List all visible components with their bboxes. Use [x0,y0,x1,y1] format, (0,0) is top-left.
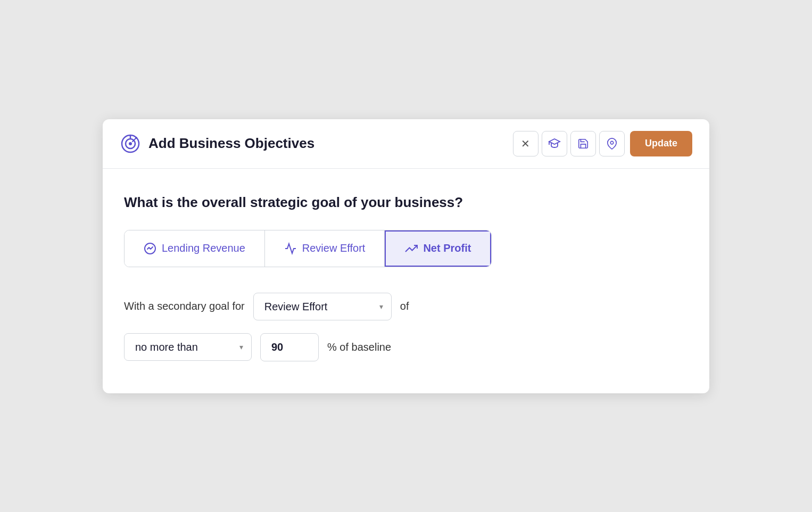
header-actions: ✕ U [513,131,692,156]
modal-title-area: Add Business Objectives [120,133,314,154]
goal-option-net-profit[interactable]: Net Profit [385,230,491,267]
graduate-icon [548,137,561,150]
strategic-goal-question: What is the overall strategic goal of yo… [124,194,688,211]
update-button[interactable]: Update [630,131,692,156]
secondary-goal-row: With a secondary goal for Review Effort … [124,293,688,320]
objectives-icon [120,133,141,154]
goal-option-review-effort[interactable]: Review Effort [265,230,385,267]
svg-point-5 [610,141,614,144]
constraint-select[interactable]: no more than at least exactly [124,333,252,361]
secondary-goal-prefix: With a secondary goal for [124,300,245,312]
lending-revenue-icon [144,242,156,255]
pin-button[interactable] [599,131,625,156]
pin-icon [606,138,618,150]
baseline-percentage-input[interactable] [260,333,319,361]
review-effort-icon [284,242,297,255]
save-button[interactable] [570,131,596,156]
net-profit-label: Net Profit [423,242,471,254]
goal-options-group: Lending Revenue Review Effort Net Profit [124,230,492,267]
secondary-goal-select-wrapper: Review Effort Lending Revenue Net Profit… [253,293,392,320]
lending-revenue-label: Lending Revenue [162,242,245,254]
save-icon [577,138,589,150]
modal-container: Add Business Objectives ✕ [103,119,709,393]
user-help-button[interactable] [542,131,567,156]
close-button[interactable]: ✕ [513,131,538,156]
secondary-goal-of: of [400,300,409,312]
secondary-goal-select[interactable]: Review Effort Lending Revenue Net Profit [253,293,392,320]
modal-title: Add Business Objectives [148,135,314,152]
modal-header: Add Business Objectives ✕ [103,119,709,169]
baseline-label: % of baseline [327,341,391,353]
goal-option-lending-revenue[interactable]: Lending Revenue [125,230,265,267]
modal-body: What is the overall strategic goal of yo… [103,169,709,393]
review-effort-label: Review Effort [302,242,366,254]
constraint-row: no more than at least exactly ▾ % of bas… [124,333,688,361]
svg-point-4 [135,137,137,139]
net-profit-icon [405,242,418,255]
svg-point-2 [129,142,132,145]
constraint-select-wrapper: no more than at least exactly ▾ [124,333,252,361]
close-icon: ✕ [521,137,530,150]
